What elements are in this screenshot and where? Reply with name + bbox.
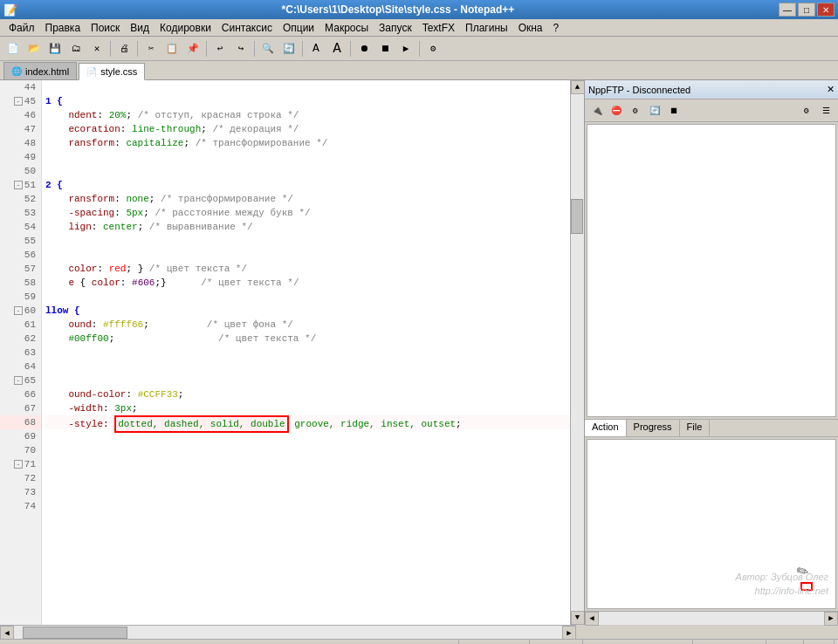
hscroll-track[interactable] bbox=[14, 626, 562, 639]
menu-macros[interactable]: Макросы bbox=[319, 19, 374, 36]
code-line-50 bbox=[45, 164, 570, 178]
main-layout: 44 -45 46 47 48 49 50 -51 52 53 54 55 56… bbox=[0, 80, 838, 625]
close-button2[interactable]: ✕ bbox=[87, 39, 106, 58]
code-line-45: 1 { bbox=[45, 94, 570, 108]
ln-44: 44 bbox=[0, 80, 41, 94]
menu-encoding[interactable]: Кодировки bbox=[155, 19, 216, 36]
code-line-71 bbox=[45, 457, 570, 471]
undo-button[interactable]: ↩ bbox=[210, 39, 230, 58]
code-line-64 bbox=[45, 360, 570, 373]
status-bar: Cascade Style Sheets File length : 1848 … bbox=[0, 639, 838, 644]
hscroll-left[interactable]: ◀ bbox=[0, 626, 14, 640]
menu-syntax[interactable]: Синтаксис bbox=[216, 19, 278, 36]
ln-74: 74 bbox=[0, 499, 41, 513]
nppftp-config-btn[interactable]: ⚙ bbox=[798, 102, 815, 120]
code-line-66: ound-color: #CCFF33; bbox=[45, 387, 570, 401]
ln-52: 52 bbox=[0, 192, 41, 206]
scroll-down-btn[interactable]: ▼ bbox=[571, 611, 585, 625]
zoom-in-button[interactable]: A bbox=[327, 39, 347, 58]
ln-64: 64 bbox=[0, 360, 41, 373]
sep2 bbox=[137, 41, 138, 57]
scroll-track[interactable] bbox=[571, 94, 584, 611]
menu-help[interactable]: ? bbox=[548, 19, 565, 36]
paste-button[interactable]: 📌 bbox=[183, 39, 203, 58]
code-line-53: -spacing: 5px; /* расстояние между букв … bbox=[45, 206, 570, 220]
scroll-up-btn[interactable]: ▲ bbox=[571, 80, 585, 94]
nppftp-connect-btn[interactable]: 🔌 bbox=[588, 102, 606, 120]
menu-file[interactable]: Файл bbox=[3, 19, 40, 36]
nppftp-tab-progress[interactable]: Progress bbox=[627, 420, 680, 436]
editor-vscrollbar[interactable]: ▲ ▼ bbox=[570, 80, 584, 625]
nppftp-close-icon[interactable]: ✕ bbox=[827, 84, 835, 95]
menu-search[interactable]: Поиск bbox=[86, 19, 125, 36]
code-line-44 bbox=[45, 80, 570, 94]
nppftp-settings-btn[interactable]: ⚙ bbox=[627, 102, 644, 120]
right-panel: NppFTP - Disconnected ✕ 🔌 ⛔ ⚙ 🔄 ⏹ ⚙ ☰ Ac… bbox=[585, 80, 838, 625]
menu-options[interactable]: Опции bbox=[278, 19, 319, 36]
new-button[interactable]: 📄 bbox=[3, 39, 23, 58]
tab-index-html[interactable]: 🌐 index.html bbox=[3, 62, 77, 79]
right-scroll-left[interactable]: ◀ bbox=[585, 612, 599, 626]
nppftp-title: NppFTP - Disconnected bbox=[588, 85, 690, 95]
nppftp-tab-file[interactable]: File bbox=[680, 420, 711, 436]
nppftp-refresh-btn[interactable]: 🔄 bbox=[646, 102, 663, 120]
nppftp-disconnect-btn[interactable]: ⛔ bbox=[608, 102, 625, 120]
open-button[interactable]: 📂 bbox=[24, 39, 44, 58]
copy-button[interactable]: 📋 bbox=[162, 39, 182, 58]
menu-run[interactable]: Запуск bbox=[374, 19, 417, 36]
hscroll-right[interactable]: ▶ bbox=[562, 626, 576, 640]
nppftp-stop-btn[interactable]: ⏹ bbox=[665, 102, 683, 120]
nppftp-list-btn[interactable]: ☰ bbox=[817, 102, 835, 120]
save-all-button[interactable]: 🗂 bbox=[66, 39, 86, 58]
find-button[interactable]: 🔍 bbox=[258, 39, 278, 58]
menu-windows[interactable]: Окна bbox=[513, 19, 548, 36]
sync-button[interactable]: ⚙ bbox=[423, 39, 443, 58]
ln-49: 49 bbox=[0, 150, 41, 164]
watermark-line1: Автор: Зубцов Олег bbox=[591, 572, 832, 582]
code-line-47: ecoration: line-through; /* декорация */ bbox=[45, 122, 570, 136]
macro-stop-button[interactable]: ⏹ bbox=[375, 39, 395, 58]
status-filetype: Cascade Style Sheets File bbox=[3, 640, 459, 644]
editor-hscrollbar: ◀ ▶ bbox=[0, 625, 576, 639]
watermark-line2: http://info-line.net bbox=[591, 586, 832, 596]
menu-view[interactable]: Вид bbox=[125, 19, 155, 36]
ln-56: 56 bbox=[0, 248, 41, 262]
save-button[interactable]: 💾 bbox=[45, 39, 65, 58]
code-editor[interactable]: 1 { ndent: 20%; /* отступ, красная строк… bbox=[42, 80, 570, 625]
code-line-61: ound: #ffff66; /* цвет фона */ bbox=[45, 318, 570, 332]
hscroll-thumb[interactable] bbox=[23, 627, 127, 639]
menu-plugins[interactable]: Плагины bbox=[460, 19, 513, 36]
sep1 bbox=[110, 41, 111, 57]
ln-58: 58 bbox=[0, 276, 41, 290]
html-icon: 🌐 bbox=[11, 66, 22, 76]
code-line-67: -width: 3px; bbox=[45, 401, 570, 415]
minimize-button[interactable]: — bbox=[779, 3, 796, 17]
title-bar-title: *C:\Users\1\Desktop\Site\style.css - Not… bbox=[17, 3, 779, 16]
title-bar: 📝 *C:\Users\1\Desktop\Site\style.css - N… bbox=[0, 0, 838, 19]
ln-70: 70 bbox=[0, 443, 41, 457]
ln-68: 68 bbox=[0, 415, 41, 429]
ln-46: 46 bbox=[0, 108, 41, 122]
ln-67: 67 bbox=[0, 401, 41, 415]
close-button[interactable]: ✕ bbox=[817, 3, 835, 17]
print-button[interactable]: 🖨 bbox=[114, 39, 134, 58]
zoom-out-button[interactable]: A bbox=[306, 39, 326, 58]
ln-50: 50 bbox=[0, 164, 41, 178]
nppftp-tab-action[interactable]: Action bbox=[585, 420, 627, 436]
scroll-thumb[interactable] bbox=[571, 199, 583, 234]
macro-play-button[interactable]: ▶ bbox=[396, 39, 416, 58]
maximize-button[interactable]: □ bbox=[798, 3, 815, 17]
tab-style-css[interactable]: 📄 style.css bbox=[79, 63, 145, 80]
menu-edit[interactable]: Правка bbox=[40, 19, 86, 36]
sep4 bbox=[254, 41, 255, 57]
ln-59: 59 bbox=[0, 290, 41, 304]
right-scroll-right[interactable]: ▶ bbox=[824, 612, 838, 626]
line-numbers: 44 -45 46 47 48 49 50 -51 52 53 54 55 56… bbox=[0, 80, 42, 625]
cut-button[interactable]: ✂ bbox=[141, 39, 161, 58]
find-replace-button[interactable]: 🔄 bbox=[279, 39, 299, 58]
ln-47: 47 bbox=[0, 122, 41, 136]
macro-button[interactable]: ⏺ bbox=[354, 39, 374, 58]
redo-button[interactable]: ↪ bbox=[231, 39, 251, 58]
menu-textfx[interactable]: TextFX bbox=[417, 19, 460, 36]
status-position: Ln : 68 Col : 75 Sel : 0 bbox=[583, 640, 693, 644]
